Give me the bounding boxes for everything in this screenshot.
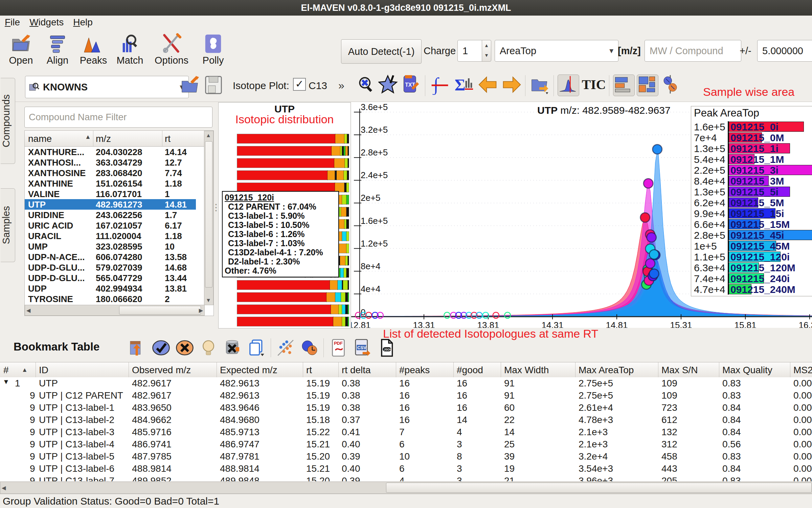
- compound-row-udp[interactable]: UDP402.99493413.81: [25, 283, 196, 294]
- vscroll-thumb[interactable]: [205, 141, 212, 288]
- export-pdf-button[interactable]: PDF: [329, 338, 348, 357]
- tolerance-input[interactable]: 5.000000: [757, 40, 812, 62]
- scatter-plot-button[interactable]: [276, 338, 295, 357]
- legend-entry[interactable]: 4.7e+4091215_240M: [694, 284, 812, 295]
- bookmark-row[interactable]: 9UTP | C12 PARENT482.9617482.961315.190.…: [0, 389, 812, 402]
- scroll-left-icon[interactable]: ◀: [2, 485, 6, 491]
- scroll-right-icon[interactable]: ▶: [199, 307, 203, 314]
- col-name[interactable]: name: [28, 133, 52, 144]
- compound-row-xanthosi-[interactable]: XANTHOSI...363.03472912.7: [25, 157, 196, 168]
- export-json-button[interactable]: JSON: [377, 338, 396, 357]
- compound-filter-input[interactable]: Compound Name Filter: [24, 107, 212, 128]
- scroll-up-icon[interactable]: ▲: [204, 132, 212, 139]
- legend-entry[interactable]: 6.3e+4091215_120M: [694, 262, 812, 273]
- bt-col-expected-m-z[interactable]: Expected m/z: [220, 365, 277, 376]
- legend-entry[interactable]: 1.1e+5091215_120i: [694, 251, 812, 262]
- hscroll-thumb[interactable]: [119, 306, 201, 315]
- bt-col--peaks[interactable]: #peaks: [399, 365, 430, 376]
- delete-group-button[interactable]: [223, 338, 242, 357]
- bookmark-table-header[interactable]: #▲IDObserved m/zExpected m/zrtrt delta#p…: [0, 362, 812, 378]
- compound-row-xanthosine[interactable]: XANTHOSINE283.0684207.74: [25, 168, 196, 178]
- legend-entry[interactable]: 1.3e+5091215_5i: [694, 186, 812, 197]
- compound-row-uric-acid[interactable]: URIC ACID167.0210576.17: [25, 220, 196, 231]
- save-library-button[interactable]: [203, 75, 224, 96]
- col-rt[interactable]: rt: [165, 133, 171, 144]
- peaks-button[interactable]: Peaks: [77, 33, 110, 66]
- compound-row-uridine[interactable]: URIDINE243.0622561.7: [25, 210, 196, 220]
- duplicate-table-button[interactable]: [247, 338, 266, 357]
- bt-col-rt-delta[interactable]: rt delta: [342, 365, 371, 376]
- legend-entry[interactable]: 6.2e+4091215_5M: [694, 197, 812, 208]
- isotope-bar[interactable]: [237, 305, 349, 314]
- bt-col-max-quality[interactable]: Max Quality: [722, 365, 772, 376]
- dock-widget-button[interactable]: [128, 338, 147, 357]
- bookmark-row[interactable]: 9UTP | C13-label-2484.9662484.968015.180…: [0, 414, 812, 426]
- overlay-plots-button[interactable]: [660, 75, 681, 96]
- compound-row-uracil[interactable]: URACIL111.0200041.18: [25, 231, 196, 241]
- group-summation-button[interactable]: Σ: [453, 75, 474, 96]
- tab-samples[interactable]: Samples: [1, 188, 15, 262]
- compare-samples-button[interactable]: [300, 338, 319, 357]
- scroll-left-icon[interactable]: ◀: [26, 307, 30, 314]
- bt-col-max-s-n[interactable]: Max S/N: [661, 365, 698, 376]
- mark-good-button[interactable]: [152, 338, 171, 357]
- export-group-button[interactable]: [530, 75, 551, 96]
- legend-entry[interactable]: 1.3e+5091215_1i: [694, 143, 812, 154]
- menu-h[interactable]: Help: [73, 17, 93, 28]
- compound-row-valine[interactable]: VALINE116.0717011: [25, 189, 196, 199]
- legend-entry[interactable]: 7e+4091215_0M: [694, 132, 812, 143]
- bt-col-max-width[interactable]: Max Width: [504, 365, 549, 376]
- tab-compounds[interactable]: Compounds: [1, 78, 15, 164]
- isotope-bar[interactable]: [237, 280, 349, 290]
- legend-entry[interactable]: 2.2e+5091215_3i: [694, 165, 812, 175]
- export-txt-button[interactable]: TXT: [401, 75, 422, 96]
- legend-entry[interactable]: 7.4e+4091215_240i: [694, 273, 812, 284]
- isotope-bar[interactable]: [237, 317, 349, 326]
- align-button[interactable]: Align: [41, 33, 74, 66]
- bookmark-row[interactable]: 9UTP | C13-label-5487.9785487.978115.200…: [0, 450, 812, 463]
- toolbar-overflow-chevron[interactable]: »: [338, 79, 344, 92]
- bookmark-row[interactable]: 9UTP | C13-label-6488.9814488.981415.210…: [0, 463, 812, 475]
- compound-hscrollbar[interactable]: ◀ ▶: [25, 305, 205, 316]
- gallery-grid-toggle[interactable]: [637, 75, 658, 96]
- splitter-handle[interactable]: •••: [215, 203, 217, 212]
- bookmark-row[interactable]: 9UTP | C13-label-7489.9852489.984815.200…: [0, 475, 812, 481]
- menu-w[interactable]: Widgets: [29, 17, 64, 28]
- hscroll-thumb[interactable]: [386, 483, 812, 493]
- legend-entry[interactable]: 1.6e+5091215_0i: [694, 121, 812, 132]
- bookmark-row[interactable]: ▼1UTP482.9617482.961315.190.381616912.75…: [0, 377, 812, 389]
- compound-row-xanthine[interactable]: XANTHINE151.0261541.18: [25, 178, 196, 189]
- bookmark-row[interactable]: 9UTP | C13-label-1483.9650483.964615.190…: [0, 402, 812, 414]
- bt-col--good[interactable]: #good: [457, 365, 483, 376]
- compound-row-xanthure-[interactable]: XANTHURE...204.03022814.14: [25, 147, 196, 157]
- isotope-bar[interactable]: [237, 183, 349, 192]
- legend-entry[interactable]: 8.4e+4091215_3M: [694, 175, 812, 186]
- match-button[interactable]: Match: [112, 33, 148, 66]
- legend-entry[interactable]: 6.6e+4091215_15M: [694, 219, 812, 230]
- zoom-reset-button[interactable]: [356, 75, 377, 96]
- integrate-area-button[interactable]: ∫: [430, 75, 451, 96]
- bt-col-observed-m-z[interactable]: Observed m/z: [132, 365, 191, 376]
- load-library-button[interactable]: [179, 75, 200, 96]
- bt-col-max-areatop[interactable]: Max AreaTop: [579, 365, 634, 376]
- compound-row-ump[interactable]: UMP323.02859510: [25, 241, 196, 252]
- legend-entry[interactable]: 2.8e+5091215_45i: [694, 230, 812, 240]
- next-group-button[interactable]: [501, 75, 522, 96]
- eic-plot-panel[interactable]: 4e+48e+41.2e+51.6e+52e+52.4e+52.8e+53.2e…: [351, 102, 812, 328]
- isotope-bar[interactable]: [237, 293, 349, 302]
- library-combo[interactable]: KNOWNS ▼: [25, 76, 189, 98]
- polly-button[interactable]: Polly: [197, 33, 229, 66]
- eic-view-toggle[interactable]: [558, 75, 579, 96]
- compound-row-udp-n-ace-[interactable]: UDP-N-ACE...606.07428013.58: [25, 252, 196, 262]
- bookmark-row[interactable]: 9UTP | C13-label-3485.9716485.971315.220…: [0, 426, 812, 438]
- isotope-bar[interactable]: [237, 158, 349, 168]
- legend-entry[interactable]: 5.4e+4091215_1M: [694, 154, 812, 165]
- menu-f[interactable]: File: [5, 17, 20, 28]
- compound-row-udp-d-glu-[interactable]: UDP-D-GLU...579.02703914.68: [25, 262, 196, 273]
- bt-col-id[interactable]: ID: [39, 365, 48, 376]
- bt-col-ms2[interactable]: MS2: [793, 365, 812, 376]
- bt-col--[interactable]: #: [3, 365, 9, 376]
- isotope-bar[interactable]: [237, 134, 349, 143]
- auto-detect-button[interactable]: Auto Detect(-1): [341, 39, 422, 64]
- gallery-rows-toggle[interactable]: [613, 75, 635, 96]
